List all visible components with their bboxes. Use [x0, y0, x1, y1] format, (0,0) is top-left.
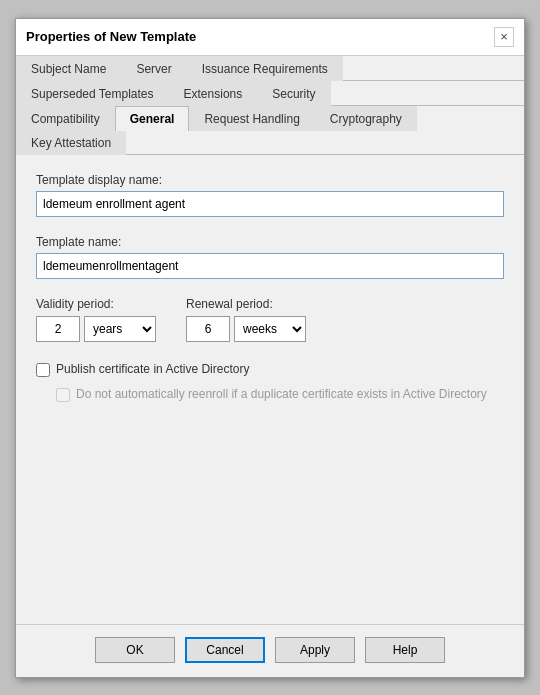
tab-request-handling[interactable]: Request Handling — [189, 106, 314, 131]
validity-inputs: years months weeks days — [36, 316, 156, 342]
validity-group: Validity period: years months weeks days — [36, 297, 156, 342]
period-row: Validity period: years months weeks days… — [36, 297, 504, 342]
renewal-label: Renewal period: — [186, 297, 306, 311]
help-button[interactable]: Help — [365, 637, 445, 663]
properties-dialog: Properties of New Template × Subject Nam… — [15, 18, 525, 678]
tab-superseded-templates[interactable]: Superseded Templates — [16, 81, 169, 106]
tab-security[interactable]: Security — [257, 81, 330, 106]
publish-checkbox[interactable] — [36, 363, 50, 377]
no-reenroll-checkbox-row: Do not automatically reenroll if a dupli… — [36, 387, 504, 402]
template-name-label: Template name: — [36, 235, 504, 249]
renewal-group: Renewal period: years months weeks days — [186, 297, 306, 342]
close-button[interactable]: × — [494, 27, 514, 47]
template-name-input[interactable] — [36, 253, 504, 279]
title-bar: Properties of New Template × — [16, 19, 524, 56]
tabs-row-3: Compatibility General Request Handling C… — [16, 106, 524, 155]
publish-label: Publish certificate in Active Directory — [56, 362, 249, 376]
tab-compatibility[interactable]: Compatibility — [16, 106, 115, 131]
validity-unit-select[interactable]: years months weeks days — [84, 316, 156, 342]
display-name-group: Template display name: — [36, 173, 504, 217]
cancel-button[interactable]: Cancel — [185, 637, 265, 663]
display-name-input[interactable] — [36, 191, 504, 217]
tab-content: Template display name: Template name: Va… — [16, 155, 524, 624]
renewal-unit-select[interactable]: years months weeks days — [234, 316, 306, 342]
tab-general[interactable]: General — [115, 106, 190, 131]
tab-key-attestation[interactable]: Key Attestation — [16, 130, 126, 155]
tab-subject-name[interactable]: Subject Name — [16, 56, 121, 81]
dialog-title: Properties of New Template — [26, 29, 196, 44]
display-name-label: Template display name: — [36, 173, 504, 187]
validity-label: Validity period: — [36, 297, 156, 311]
apply-button[interactable]: Apply — [275, 637, 355, 663]
button-row: OK Cancel Apply Help — [16, 624, 524, 677]
tabs-row-2: Superseded Templates Extensions Security — [16, 81, 524, 106]
renewal-inputs: years months weeks days — [186, 316, 306, 342]
tab-extensions[interactable]: Extensions — [169, 81, 258, 106]
no-reenroll-checkbox[interactable] — [56, 388, 70, 402]
template-name-group: Template name: — [36, 235, 504, 279]
no-reenroll-label: Do not automatically reenroll if a dupli… — [76, 387, 487, 401]
tabs-row-1: Subject Name Server Issuance Requirement… — [16, 56, 524, 81]
tab-issuance-requirements[interactable]: Issuance Requirements — [187, 56, 343, 81]
ok-button[interactable]: OK — [95, 637, 175, 663]
publish-checkbox-row: Publish certificate in Active Directory — [36, 362, 504, 377]
tab-cryptography[interactable]: Cryptography — [315, 106, 417, 131]
tab-server[interactable]: Server — [121, 56, 186, 81]
renewal-number-input[interactable] — [186, 316, 230, 342]
validity-number-input[interactable] — [36, 316, 80, 342]
